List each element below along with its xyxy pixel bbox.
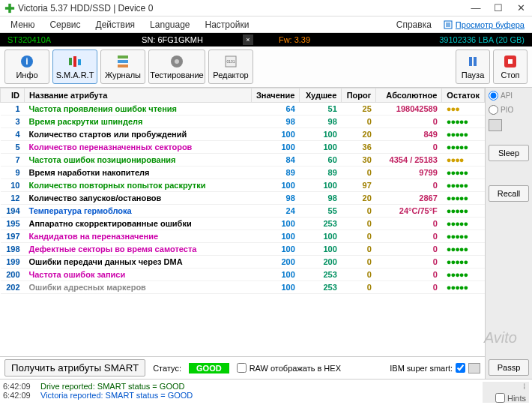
table-row[interactable]: 198Дефектные секторы во время самотеста1… (1, 243, 485, 256)
menu-language[interactable]: Language (142, 17, 197, 32)
api-radio[interactable]: API (489, 91, 529, 100)
device-sn: SN: 6FG1GKMH (105, 35, 240, 44)
table-row[interactable]: 195Аппаратно скорректированные ошибки100… (1, 218, 485, 230)
close-button[interactable]: ✕ (510, 0, 532, 16)
cell-name: Время раскрутки шпинделя (25, 116, 252, 128)
window-controls: — ☐ ✕ (465, 0, 532, 16)
cell-worst: 98 (300, 192, 342, 205)
ibm-color-box[interactable] (468, 363, 480, 374)
menu-actions[interactable]: Действия (88, 17, 143, 32)
hints-checkbox[interactable]: Hints (495, 393, 526, 403)
menu-settings[interactable]: Настройки (198, 17, 257, 32)
minimize-button[interactable]: — (465, 0, 487, 16)
smart-controls-bar: Получить атрибуты SMART Статус: GOOD RAW… (0, 356, 485, 379)
smart-table-scroll[interactable]: ID Название атрибута Значение Худшее Пор… (0, 88, 485, 356)
cell-value: 100 (251, 179, 299, 192)
tab-smart[interactable]: S.M.A.R.T (52, 50, 97, 84)
maximize-button[interactable]: ☐ (487, 0, 510, 16)
pause-icon (465, 54, 480, 69)
pio-radio[interactable]: PIO (489, 105, 529, 115)
cell-value: 84 (251, 154, 299, 166)
cell-raw: 9799 (376, 166, 442, 179)
cell-worst: 98 (300, 116, 342, 128)
passp-button[interactable]: Passp (489, 359, 529, 376)
table-row[interactable]: 197Кандидатов на переназначение10010000●… (1, 230, 485, 243)
tab-journals[interactable]: Журналы (100, 50, 145, 84)
table-row[interactable]: 202Ошибки адресных маркеров10025300●●●●● (1, 281, 485, 294)
cell-health: ●●●● (442, 154, 485, 166)
cell-worst: 100 (300, 141, 342, 154)
col-raw[interactable]: Абсолютное (376, 88, 442, 103)
cell-worst: 100 (300, 179, 342, 192)
cell-threshold: 20 (342, 128, 376, 141)
sleep-button[interactable]: Sleep (489, 145, 529, 161)
cell-value: 98 (251, 116, 299, 128)
cell-raw: 0 (376, 116, 442, 128)
side-color-box[interactable] (489, 119, 502, 131)
menu-menu[interactable]: Меню (3, 17, 42, 32)
log-area: 6:42:09 Drive reported: SMART status = G… (0, 379, 532, 405)
editor-icon: 0101 (223, 54, 238, 69)
table-row[interactable]: 10Количество повторных попыток раскрутки… (1, 179, 485, 192)
raw-hex-input[interactable] (237, 363, 247, 373)
cell-id: 12 (1, 192, 25, 205)
svg-rect-9 (118, 60, 128, 63)
menu-service[interactable]: Сервис (42, 17, 88, 32)
device-size: 39102336 LBA (20 GB) (336, 35, 532, 44)
cell-value: 24 (251, 205, 299, 218)
table-row[interactable]: 5Количество переназначенных секторов1001… (1, 141, 485, 154)
table-row[interactable]: 4Количество стартов или пробуждений10010… (1, 128, 485, 141)
cell-threshold: 0 (342, 166, 376, 179)
col-health[interactable]: Остаток (442, 88, 485, 103)
cell-id: 10 (1, 179, 25, 192)
col-worst[interactable]: Худшее (300, 88, 342, 103)
cell-threshold: 0 (342, 116, 376, 128)
table-row[interactable]: 199Ошибки передачи данных через DMA20020… (1, 256, 485, 268)
table-row[interactable]: 12Количество запусков/остановов989820286… (1, 192, 485, 205)
cell-raw: 0 (376, 256, 442, 268)
ibm-checkbox[interactable] (456, 363, 465, 373)
cell-health: ●●●●● (442, 268, 485, 281)
tab-journals-label: Журналы (105, 70, 141, 80)
table-row[interactable]: 1Частота проявления ошибок чтения6451251… (1, 103, 485, 116)
cell-threshold: 0 (342, 218, 376, 230)
tab-editor[interactable]: 0101 Редактор (208, 50, 253, 84)
api-label: API (501, 92, 513, 100)
device-close-icon[interactable]: × (243, 34, 253, 45)
cell-value: 98 (251, 192, 299, 205)
cell-value: 100 (251, 230, 299, 243)
recall-button[interactable]: Recall (489, 185, 529, 202)
cell-name: Ошибки адресных маркеров (25, 281, 252, 294)
cell-threshold: 0 (342, 205, 376, 218)
col-value[interactable]: Значение (251, 88, 299, 103)
col-name[interactable]: Название атрибута (25, 88, 252, 103)
svg-rect-10 (118, 64, 128, 68)
table-row[interactable]: 9Время наработки накопителя898909799●●●●… (1, 166, 485, 179)
cell-name: Количество запусков/остановов (25, 192, 252, 205)
table-row[interactable]: 7Частота ошибок позиционирования84603043… (1, 154, 485, 166)
tab-info[interactable]: i Инфо (4, 50, 49, 84)
cell-threshold: 20 (342, 192, 376, 205)
table-row[interactable]: 3Время раскрутки шпинделя989800●●●●● (1, 116, 485, 128)
buffer-label: Просмотр буфера (456, 20, 525, 29)
cell-health: ●●● (442, 103, 485, 116)
tab-testing[interactable]: Тестирование (148, 50, 205, 84)
cell-value: 100 (251, 281, 299, 294)
raw-hex-checkbox[interactable]: RAW отображать в HEX (237, 363, 341, 373)
view-buffer-link[interactable]: Просмотр буфера (439, 20, 529, 29)
cell-value: 100 (251, 141, 299, 154)
status-label: Статус: (153, 364, 181, 373)
window-title: Victoria 5.37 HDD/SSD | Device 0 (18, 3, 465, 14)
table-row[interactable]: 194Температура гермоблока2455024°C/75°F●… (1, 205, 485, 218)
stop-button[interactable]: Стоп (493, 50, 528, 84)
col-id[interactable]: ID (1, 88, 25, 103)
table-row[interactable]: 200Частота ошибок записи10025300●●●●● (1, 268, 485, 281)
device-model: ST320410A (0, 35, 105, 44)
pause-button[interactable]: Пауза (456, 50, 490, 84)
cell-raw: 849 (376, 128, 442, 141)
menu-help[interactable]: Справка (389, 17, 439, 32)
side-panel: API PIO Sleep Recall Passp (486, 88, 532, 379)
col-threshold[interactable]: Порог (342, 88, 376, 103)
cell-value: 100 (251, 218, 299, 230)
get-smart-button[interactable]: Получить атрибуты SMART (4, 359, 145, 376)
